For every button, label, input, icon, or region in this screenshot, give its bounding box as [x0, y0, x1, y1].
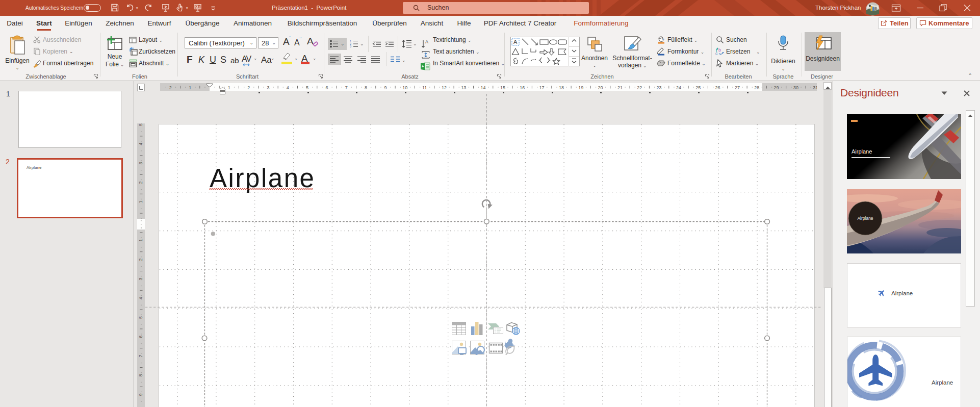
svg-text:A: A [425, 39, 428, 44]
svg-text:4: 4 [138, 143, 143, 145]
svg-text:30: 30 [793, 85, 798, 90]
svg-text:1: 1 [189, 85, 191, 90]
svg-text:17: 17 [539, 85, 545, 90]
svg-text:23: 23 [657, 85, 662, 90]
svg-text:Airplane: Airplane [891, 290, 913, 296]
svg-text:20: 20 [598, 85, 603, 90]
svg-text:5: 5 [138, 123, 143, 126]
svg-text:6: 6 [138, 336, 143, 338]
svg-text:4: 4 [138, 297, 143, 299]
svg-text:7: 7 [138, 355, 143, 358]
svg-text:3: 3 [267, 85, 269, 90]
svg-text:A: A [513, 39, 518, 45]
svg-text:2: 2 [138, 259, 143, 261]
svg-text:31: 31 [813, 85, 817, 90]
svg-text:8: 8 [138, 374, 143, 376]
svg-text:22: 22 [637, 85, 642, 90]
svg-text:16: 16 [520, 85, 525, 90]
svg-text:21: 21 [617, 85, 623, 90]
svg-text:24: 24 [676, 85, 681, 90]
svg-text:3: 3 [350, 45, 351, 48]
svg-text:2: 2 [247, 85, 250, 90]
svg-text:10: 10 [402, 85, 407, 90]
svg-text:18: 18 [559, 85, 564, 90]
svg-text:9: 9 [138, 393, 143, 396]
svg-text:1: 1 [138, 200, 143, 203]
svg-text:c: c [715, 51, 718, 56]
svg-text:25: 25 [695, 85, 701, 90]
svg-text:11: 11 [422, 85, 427, 90]
svg-text:8: 8 [365, 85, 367, 90]
svg-text:7: 7 [345, 85, 348, 90]
svg-text:b: b [718, 47, 721, 53]
svg-text:28: 28 [754, 85, 759, 90]
svg-text:15: 15 [500, 85, 505, 90]
svg-text:1: 1 [138, 239, 143, 242]
svg-text:13: 13 [461, 85, 466, 90]
svg-text:3: 3 [138, 162, 143, 165]
svg-text:Airplane: Airplane [932, 379, 953, 386]
svg-text:27: 27 [735, 85, 740, 90]
svg-text:1: 1 [228, 85, 230, 90]
svg-text:Airplane: Airplane [852, 148, 872, 155]
svg-text:29: 29 [774, 85, 779, 90]
svg-text:9: 9 [384, 85, 386, 90]
svg-text:12: 12 [442, 85, 447, 90]
svg-text:6: 6 [325, 85, 328, 90]
svg-text:2: 2 [169, 85, 172, 90]
svg-text:5: 5 [306, 85, 308, 90]
svg-text:Airplane: Airplane [857, 216, 873, 221]
svg-text:14: 14 [481, 85, 486, 90]
svg-text:26: 26 [715, 85, 720, 90]
svg-text:19: 19 [578, 85, 583, 90]
svg-text:5: 5 [138, 316, 143, 319]
svg-text:3: 3 [138, 277, 143, 280]
svg-text:2: 2 [138, 181, 143, 184]
svg-text:4: 4 [287, 85, 289, 90]
